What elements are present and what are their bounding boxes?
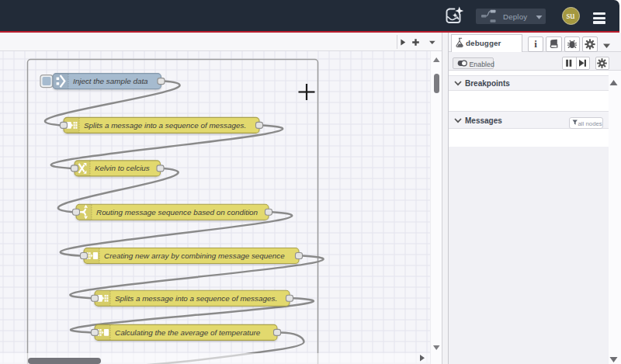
- svg-text:Inject the sample data: Inject the sample data: [73, 77, 148, 85]
- svg-text:Calculating the the average of: Calculating the the average of temperatu…: [115, 328, 261, 337]
- svg-text:Kelvin to celcius: Kelvin to celcius: [95, 164, 150, 172]
- svg-text:Splits a message into a sequen: Splits a message into a sequence of mess…: [84, 121, 246, 130]
- svg-text:Routing message sequence based: Routing message sequence based on condit…: [96, 208, 258, 217]
- svg-text:Creating new array by combinin: Creating new array by combining message …: [104, 251, 285, 260]
- svg-text:Splits a message into a sequen: Splits a message into a sequence of mess…: [115, 294, 277, 303]
